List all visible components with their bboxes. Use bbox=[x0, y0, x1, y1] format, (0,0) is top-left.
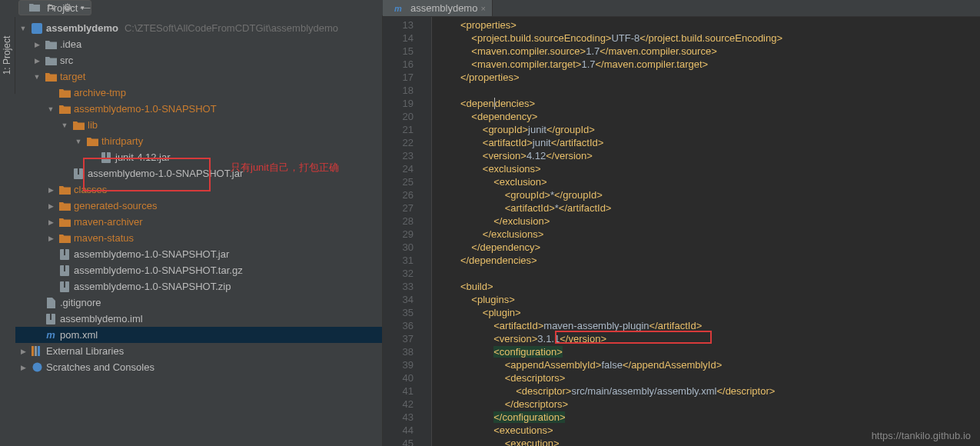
code-line[interactable]: </descriptors> bbox=[438, 398, 980, 411]
code-line[interactable]: <project.build.sourceEncoding>UTF-8</pro… bbox=[438, 32, 980, 45]
folder-orange-icon bbox=[45, 71, 57, 83]
editor-area: m assemblydemo × 13141516171819202122232… bbox=[383, 0, 980, 446]
folder-orange-icon bbox=[58, 87, 71, 99]
project-panel-toolbar: Project ▾ ⇆ ⚙ — bbox=[15, 0, 95, 15]
tree-item[interactable]: .gitignore bbox=[15, 295, 382, 311]
tree-item[interactable]: archive-tmp bbox=[15, 85, 382, 101]
svg-rect-12 bbox=[50, 314, 51, 320]
code-line[interactable]: </exclusions> bbox=[438, 228, 980, 241]
tree-item[interactable]: Scratches and Consoles bbox=[15, 359, 382, 375]
maven-icon: m bbox=[45, 329, 57, 341]
svg-rect-4 bbox=[78, 168, 79, 175]
code-line[interactable]: <groupId>junit</groupId> bbox=[438, 123, 980, 136]
tree-item[interactable]: thirdparty bbox=[15, 133, 382, 149]
svg-rect-13 bbox=[32, 346, 34, 356]
folder-orange-icon bbox=[58, 216, 71, 228]
close-icon[interactable]: × bbox=[480, 4, 485, 13]
gear-icon[interactable]: ⚙ bbox=[63, 2, 72, 13]
code-line[interactable]: <groupId>*</groupId> bbox=[438, 188, 980, 201]
code-line[interactable]: <properties> bbox=[438, 18, 980, 32]
tree-item[interactable]: src bbox=[15, 52, 382, 68]
svg-rect-6 bbox=[64, 249, 65, 255]
tree-item[interactable]: assemblydemo-1.0-SNAPSHOT.tar.gz bbox=[15, 262, 382, 278]
annotation-box bbox=[83, 158, 211, 191]
tree-item[interactable]: maven-archiver bbox=[15, 214, 382, 230]
archive-icon bbox=[58, 248, 71, 261]
folder-orange-icon bbox=[86, 135, 98, 148]
gutter-glyphs bbox=[420, 17, 432, 446]
code-line[interactable]: <exclusions> bbox=[438, 162, 980, 175]
archive-icon bbox=[58, 281, 71, 293]
tree-item[interactable]: maven-status bbox=[15, 230, 382, 246]
tree-root[interactable]: assemblydemoC:\ZTESoft\AllCodeFromCDTGit… bbox=[15, 20, 382, 36]
code-line[interactable]: <descriptor>src/main/assembly/assembly.x… bbox=[438, 384, 980, 398]
code-line[interactable]: <maven.compiler.source>1.7</maven.compil… bbox=[438, 45, 980, 58]
tree-item[interactable]: assemblydemo-1.0-SNAPSHOT.zip bbox=[15, 278, 382, 295]
code-line[interactable]: <exclusion> bbox=[438, 175, 980, 188]
code-line[interactable]: <configuration> bbox=[438, 345, 980, 358]
file-icon bbox=[45, 297, 57, 309]
collapse-icon[interactable]: ⇆ bbox=[47, 2, 55, 13]
code-line[interactable]: <descriptors> bbox=[438, 371, 980, 384]
annotation-text: 只有junit自己，打包正确 bbox=[231, 161, 339, 175]
project-tree-panel: assemblydemoC:\ZTESoft\AllCodeFromCDTGit… bbox=[15, 15, 383, 446]
code-line[interactable]: </configuration> bbox=[438, 411, 980, 424]
folder-orange-icon bbox=[72, 119, 85, 131]
code-line[interactable]: <appendAssemblyId>false</appendAssemblyI… bbox=[438, 358, 980, 371]
tree-item[interactable]: .idea bbox=[15, 36, 382, 52]
code-line[interactable]: <dependency> bbox=[438, 110, 980, 123]
folder-orange-icon bbox=[58, 232, 71, 245]
folder-icon bbox=[45, 38, 57, 51]
tree-item[interactable]: target bbox=[15, 68, 382, 85]
folder-orange-icon bbox=[58, 184, 71, 196]
tree-item[interactable]: lib bbox=[15, 117, 382, 133]
svg-point-16 bbox=[32, 363, 42, 372]
code-line[interactable] bbox=[438, 84, 980, 97]
tree-item[interactable]: generated-sources bbox=[15, 198, 382, 214]
code-line[interactable]: <version>4.12</version> bbox=[438, 149, 980, 162]
tree-item[interactable]: assemblydemo-1.0-SNAPSHOT bbox=[15, 101, 382, 117]
svg-rect-15 bbox=[38, 346, 40, 356]
scratch-icon bbox=[31, 361, 43, 374]
folder-orange-icon bbox=[58, 103, 71, 115]
svg-rect-14 bbox=[35, 346, 37, 356]
code-annotation-box bbox=[555, 331, 712, 344]
project-tool-tab[interactable]: 1: Project bbox=[0, 17, 15, 94]
code-line[interactable]: </properties> bbox=[438, 71, 980, 84]
code-line[interactable] bbox=[438, 267, 980, 280]
archive-icon bbox=[58, 265, 71, 277]
code-line[interactable]: <plugins> bbox=[438, 293, 980, 306]
folder-icon bbox=[45, 55, 57, 67]
folder-orange-icon bbox=[58, 200, 71, 212]
code-line[interactable]: <dependencies> bbox=[438, 97, 980, 110]
editor-tab[interactable]: m assemblydemo × bbox=[383, 0, 493, 16]
svg-rect-8 bbox=[64, 265, 65, 271]
code-line[interactable]: </dependencies> bbox=[438, 254, 980, 267]
tree-item[interactable]: assemblydemo.iml bbox=[15, 311, 382, 327]
maven-icon: m bbox=[392, 2, 404, 15]
module-icon bbox=[31, 22, 43, 35]
tree-item[interactable]: mpom.xml bbox=[15, 327, 382, 343]
code-line[interactable]: </dependency> bbox=[438, 241, 980, 254]
svg-rect-10 bbox=[64, 281, 65, 288]
code-line[interactable]: <build> bbox=[438, 280, 980, 293]
tree-item[interactable]: assemblydemo-1.0-SNAPSHOT.jar bbox=[15, 246, 382, 262]
folder-icon bbox=[28, 2, 41, 14]
code-line[interactable]: <plugin> bbox=[438, 306, 980, 319]
line-number-gutter[interactable]: 1314151617181920212223242526272829303132… bbox=[383, 17, 420, 446]
code-line[interactable]: <artifactId>*</artifactId> bbox=[438, 201, 980, 215]
hide-icon[interactable]: — bbox=[80, 2, 90, 13]
svg-rect-0 bbox=[32, 23, 42, 34]
lib-icon bbox=[31, 345, 43, 358]
code-line[interactable]: <artifactId>junit</artifactId> bbox=[438, 136, 980, 149]
code-editor[interactable]: <properties> <project.build.sourceEncodi… bbox=[432, 17, 980, 446]
code-line[interactable]: </exclusion> bbox=[438, 215, 980, 228]
archive-icon bbox=[45, 313, 57, 325]
code-line[interactable]: <maven.compiler.target>1.7</maven.compil… bbox=[438, 58, 980, 71]
watermark: https://tankilo.github.io bbox=[872, 430, 971, 441]
tab-label: assemblydemo bbox=[410, 2, 477, 14]
tree-item[interactable]: External Libraries bbox=[15, 343, 382, 359]
editor-tab-bar: m assemblydemo × bbox=[383, 0, 980, 17]
